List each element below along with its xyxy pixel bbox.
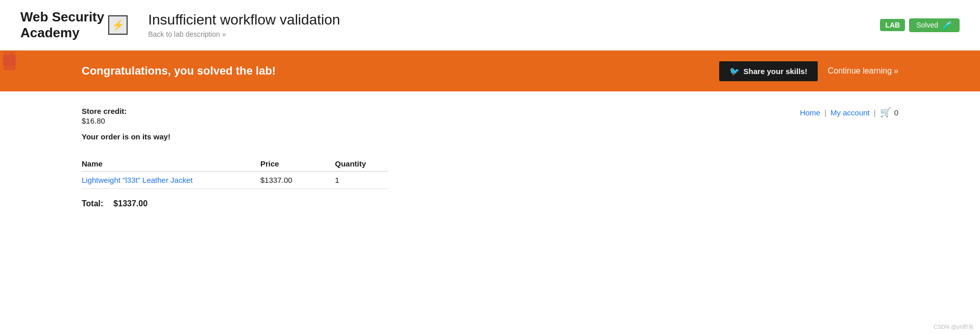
solved-badge: Solved 🧪 <box>909 18 960 32</box>
flask-icon: 🧪 <box>942 20 952 30</box>
cart-icon: 🛒 <box>880 107 891 118</box>
product-link[interactable]: Lightweight "l33t" Leather Jacket <box>82 176 192 184</box>
col-header-name: Name <box>82 156 240 172</box>
total-value: $1337.00 <box>113 199 148 208</box>
cell-price: $1337.00 <box>240 172 314 189</box>
page-title: Insufficient workflow validation <box>148 12 880 28</box>
col-header-price: Price <box>240 156 314 172</box>
cell-product-name: Lightweight "l33t" Leather Jacket <box>82 172 240 189</box>
header-center: Insufficient workflow validation Back to… <box>148 12 880 38</box>
lab-badge: LAB <box>880 19 905 31</box>
header: Web Security Academy ⚡ Insufficient work… <box>0 0 980 51</box>
main-content: Home | My account | 🛒 0 Store credit: $1… <box>0 91 980 224</box>
success-banner: 忙碌滋生的折磨 想透支所有亲手将一切打破 Congratulations, yo… <box>0 51 980 91</box>
store-credit-label: Store credit: <box>82 107 898 115</box>
home-link[interactable]: Home <box>800 108 820 117</box>
continue-learning-link[interactable]: Continue learning » <box>828 66 898 76</box>
store-credit-value: $16.80 <box>82 116 898 125</box>
total-row: Total: $1337.00 <box>82 199 898 208</box>
footer-watermark: CSDN @yh野良 <box>934 323 974 331</box>
logo-text: Web Security Academy <box>20 9 104 41</box>
logo-area: Web Security Academy ⚡ <box>20 9 128 41</box>
banner-actions: 🐦 Share your skills! Continue learning » <box>719 61 898 81</box>
cart-count: 0 <box>894 108 898 117</box>
my-account-link[interactable]: My account <box>830 108 870 117</box>
share-skills-button[interactable]: 🐦 Share your skills! <box>719 61 818 81</box>
banner-message: Congratulations, you solved the lab! <box>82 64 719 78</box>
table-header-row: Name Price Quantity <box>82 156 388 172</box>
cart-area[interactable]: 🛒 0 <box>880 107 898 118</box>
cell-quantity: 1 <box>314 172 388 189</box>
header-right: LAB Solved 🧪 <box>880 18 960 32</box>
order-table: Name Price Quantity Lightweight "l33t" L… <box>82 156 388 189</box>
order-message: Your order is on its way! <box>82 132 898 141</box>
back-to-lab-link[interactable]: Back to lab description » <box>148 30 880 38</box>
nav-links: Home | My account | 🛒 0 <box>800 107 898 118</box>
total-label: Total: <box>82 199 103 208</box>
col-header-quantity: Quantity <box>314 156 388 172</box>
nav-separator-2: | <box>874 108 876 117</box>
nav-separator-1: | <box>824 108 826 117</box>
twitter-icon: 🐦 <box>729 66 740 76</box>
table-row: Lightweight "l33t" Leather Jacket$1337.0… <box>82 172 388 189</box>
logo-icon: ⚡ <box>108 15 128 35</box>
